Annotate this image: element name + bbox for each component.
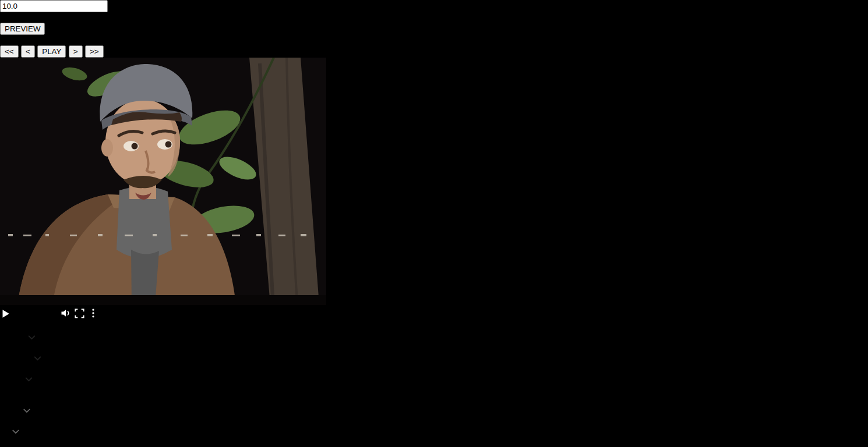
fullscreen-icon[interactable] xyxy=(74,311,87,321)
video-frame-art xyxy=(0,58,326,305)
rewind-button[interactable]: << xyxy=(0,45,19,58)
filters-select-value: None xyxy=(0,374,22,384)
speed-select: 1x xyxy=(0,426,868,437)
width-select-value: 520px xyxy=(0,332,26,342)
frame-rate-label: Frame Rate xyxy=(0,342,868,353)
step-back-button[interactable]: < xyxy=(21,45,35,58)
frame-rate-select-value: 15 FPS xyxy=(0,353,31,363)
chevron-down-icon xyxy=(34,353,41,363)
chevron-down-icon xyxy=(12,426,19,436)
preview-button[interactable]: PREVIEW xyxy=(0,23,45,35)
current-time-display: 0:00:0 xyxy=(0,35,868,45)
speed-select-value: 1x xyxy=(0,426,10,436)
speed-label: Speed xyxy=(0,416,868,426)
help-icon[interactable]: ? xyxy=(0,384,868,395)
filters-select[interactable]: None xyxy=(0,374,868,384)
duration-max-label: 10.0 xyxy=(0,12,18,22)
chevron-down-icon xyxy=(28,332,36,342)
type-select-value: Loop xyxy=(0,405,21,415)
filters-label: Filters xyxy=(0,363,868,374)
trim-range-track[interactable] xyxy=(45,17,313,34)
type-select: Loop xyxy=(0,405,868,416)
registered-users-note: (Available to registered users) xyxy=(0,437,868,447)
fast-forward-button[interactable]: >> xyxy=(85,45,104,58)
volume-icon[interactable] xyxy=(60,311,74,321)
chevron-down-icon xyxy=(23,405,30,415)
step-forward-button[interactable]: > xyxy=(69,45,83,58)
width-select[interactable]: 520px xyxy=(0,332,868,342)
type-label: Type xyxy=(0,395,868,405)
frame-rate-select[interactable]: 15 FPS xyxy=(0,353,868,363)
chevron-down-icon xyxy=(25,374,33,384)
overflow-menu-icon[interactable] xyxy=(87,311,99,321)
video-time-text: 0:00 / 0:59 xyxy=(13,311,57,321)
video-play-icon[interactable] xyxy=(0,311,13,321)
duration-input[interactable] xyxy=(0,0,108,12)
gif-maker-app: 10.0 PREVIEW 0:00:0 << < PLAY > >> xyxy=(0,0,868,447)
video-player[interactable]: 0:00 / 0:59 xyxy=(0,58,868,321)
play-button[interactable]: PLAY xyxy=(37,45,66,58)
width-label: Width xyxy=(0,321,868,332)
